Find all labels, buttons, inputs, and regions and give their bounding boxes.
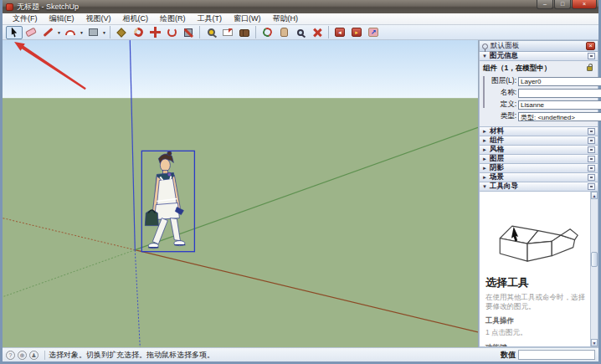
panel-header[interactable]: 默认面板 × bbox=[479, 40, 598, 52]
make-component-icon bbox=[116, 28, 126, 37]
toolbar-separator bbox=[328, 26, 329, 38]
chevron-down-icon: ▼ bbox=[482, 54, 490, 59]
minimize-icon[interactable] bbox=[588, 165, 595, 172]
zoom-icon bbox=[297, 29, 304, 36]
layer-select[interactable]: Layer0 ▼ bbox=[518, 77, 601, 86]
sky bbox=[3, 40, 478, 98]
rectangle-dropdown-icon[interactable]: ▼ bbox=[101, 30, 107, 35]
zoom-tool-button[interactable] bbox=[292, 26, 309, 39]
follow-me-button[interactable] bbox=[130, 26, 146, 39]
dimension-button[interactable] bbox=[219, 26, 236, 39]
component-thumbnail bbox=[483, 76, 485, 108]
measurements-input[interactable] bbox=[518, 350, 595, 360]
chevron-right-icon: ► bbox=[482, 175, 490, 180]
previous-view-button[interactable]: ◂ bbox=[331, 26, 348, 39]
rotate-tool-button[interactable] bbox=[163, 26, 180, 39]
menu-item-help[interactable]: 帮助(H) bbox=[267, 13, 305, 25]
scroll-down-icon[interactable]: ▼ bbox=[591, 339, 598, 346]
name-field[interactable] bbox=[518, 89, 601, 98]
toolbar-separator bbox=[110, 26, 110, 38]
definition-label: 定义: bbox=[488, 100, 516, 110]
make-component-button[interactable] bbox=[113, 26, 130, 39]
entity-info-body: 组件（1，在模型中） 图层(L): Layer0 ▼ bbox=[479, 61, 598, 127]
zoom-extents-icon bbox=[312, 28, 322, 38]
geolocation-icon[interactable]: ⊕ bbox=[18, 351, 27, 360]
previous-view-icon: ◂ bbox=[335, 28, 345, 37]
section-entity-info[interactable]: ▼ 图元信息 bbox=[479, 52, 598, 61]
help-icon[interactable]: ? bbox=[6, 351, 15, 360]
credits-icon[interactable]: ♟ bbox=[29, 351, 39, 360]
title-bar[interactable]: 无标题 - SketchUp – □ × bbox=[3, 0, 598, 13]
line-tool-button[interactable] bbox=[39, 26, 56, 39]
zoom-extents-button[interactable] bbox=[309, 26, 326, 39]
statusbar-divider bbox=[44, 351, 45, 360]
type-select[interactable]: 类型: <undefined> ▼ bbox=[518, 112, 601, 121]
instructor-scrollbar[interactable]: ▲ ▼ bbox=[590, 192, 598, 346]
panel-title: 默认面板 bbox=[491, 41, 586, 51]
scale-tool-button[interactable] bbox=[180, 26, 197, 39]
minimize-icon[interactable] bbox=[588, 128, 595, 135]
minimize-icon[interactable] bbox=[588, 183, 595, 190]
select-tool-button[interactable] bbox=[6, 26, 23, 39]
rectangle-icon bbox=[89, 28, 98, 36]
menu-item-edit[interactable]: 编辑(E) bbox=[44, 13, 80, 25]
minimize-icon[interactable] bbox=[588, 137, 595, 144]
menu-bar: 文件(F) 编辑(E) 视图(V) 相机(C) 绘图(R) 工具(T) 窗口(W… bbox=[3, 13, 598, 25]
minimize-icon[interactable] bbox=[588, 146, 595, 153]
menu-item-window[interactable]: 窗口(W) bbox=[228, 13, 267, 25]
pan-tool-button[interactable] bbox=[275, 26, 292, 39]
definition-field[interactable] bbox=[518, 100, 601, 110]
toolbar: ▼ ▼ ▼ ◂ ▸ ↗ bbox=[3, 25, 598, 40]
follow-me-icon bbox=[131, 26, 144, 38]
menu-item-file[interactable]: 文件(F) bbox=[7, 13, 44, 25]
rectangle-tool-button[interactable] bbox=[85, 26, 101, 39]
pin-icon bbox=[482, 44, 488, 49]
next-view-icon: ▸ bbox=[352, 28, 362, 37]
chevron-right-icon: ► bbox=[482, 147, 490, 152]
next-view-button[interactable]: ▸ bbox=[348, 26, 365, 39]
arc-tool-button[interactable] bbox=[62, 26, 79, 39]
menu-item-draw[interactable]: 绘图(R) bbox=[154, 13, 192, 25]
instructor-title: 选择工具 bbox=[485, 275, 587, 290]
viewport-3d[interactable] bbox=[3, 40, 479, 347]
section-instructor[interactable]: ▼ 工具向导 bbox=[479, 182, 598, 192]
chevron-right-icon: ► bbox=[482, 156, 490, 161]
window-controls: – □ × bbox=[536, 0, 597, 9]
status-hint: 选择对象。切换到扩充选择。拖动鼠标选择多项。 bbox=[49, 350, 501, 361]
look-around-button[interactable] bbox=[236, 26, 253, 39]
tape-measure-button[interactable] bbox=[203, 26, 219, 39]
views-icon: ↗ bbox=[368, 28, 378, 37]
scrollbar-thumb[interactable] bbox=[591, 252, 598, 267]
sketchup-logo-icon bbox=[6, 3, 13, 11]
close-button[interactable]: × bbox=[572, 0, 597, 9]
viewport-canvas bbox=[3, 40, 478, 347]
menu-item-tools[interactable]: 工具(T) bbox=[192, 13, 229, 25]
minimize-button[interactable]: – bbox=[537, 0, 553, 9]
status-bar: ? ⊕ ♟ 选择对象。切换到扩充选择。拖动鼠标选择多项。 数值 bbox=[3, 347, 598, 361]
menu-item-camera[interactable]: 相机(C) bbox=[117, 13, 155, 25]
chevron-right-icon: ► bbox=[482, 138, 490, 143]
minimize-icon[interactable] bbox=[588, 156, 595, 162]
chevron-right-icon: ► bbox=[482, 129, 490, 134]
toolbar-separator bbox=[255, 26, 256, 38]
menu-item-view[interactable]: 视图(V) bbox=[80, 13, 117, 25]
select-icon bbox=[11, 28, 18, 38]
eraser-tool-button[interactable] bbox=[23, 26, 39, 39]
minimize-icon[interactable] bbox=[588, 53, 595, 59]
instructor-description: 在使用其他工具或命令时，选择要修改的图元。 bbox=[485, 293, 587, 310]
operations-heading: 工具操作 bbox=[485, 316, 587, 326]
scroll-up-icon[interactable]: ▲ bbox=[591, 192, 598, 199]
lock-icon[interactable] bbox=[587, 66, 593, 71]
minimize-icon[interactable] bbox=[588, 174, 595, 181]
arc-dropdown-icon[interactable]: ▼ bbox=[79, 30, 85, 35]
maximize-button[interactable]: □ bbox=[554, 0, 571, 9]
eraser-icon bbox=[25, 28, 37, 38]
views-button[interactable]: ↗ bbox=[365, 26, 382, 39]
move-icon bbox=[150, 27, 161, 38]
line-dropdown-icon[interactable]: ▼ bbox=[56, 30, 62, 35]
panel-close-icon[interactable]: × bbox=[586, 42, 595, 50]
chevron-right-icon: ► bbox=[482, 166, 490, 171]
move-tool-button[interactable] bbox=[146, 26, 163, 39]
orbit-tool-button[interactable] bbox=[259, 26, 275, 39]
arc-icon bbox=[65, 30, 75, 35]
